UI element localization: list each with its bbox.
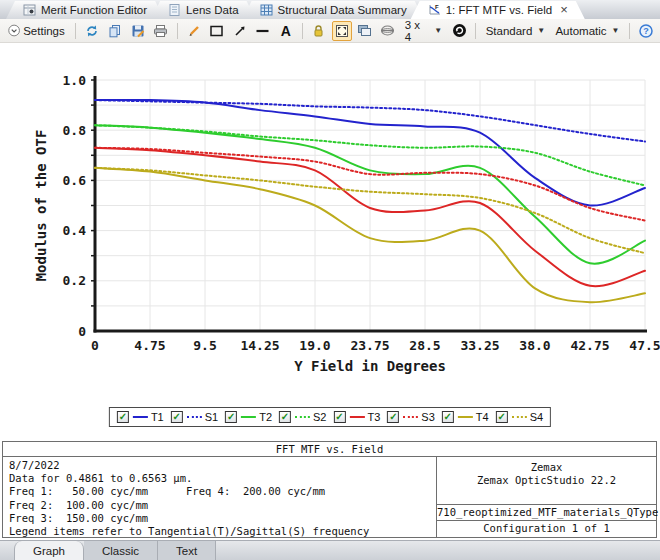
app-window: Merit Function Editor Lens Data Structur… [0, 0, 660, 560]
tab-graph[interactable]: Graph [14, 541, 84, 560]
wavelength-range: Data for 0.4861 to 0.6563 μm. [9, 472, 436, 485]
document-tab-bar: Merit Function Editor Lens Data Structur… [0, 0, 660, 19]
legend-item-T3[interactable]: ✓T3 [334, 411, 381, 423]
svg-text:Y Field in Degrees: Y Field in Degrees [294, 358, 446, 374]
legend-item-S1[interactable]: ✓S1 [171, 411, 218, 423]
tab-classic[interactable]: Classic [84, 541, 158, 560]
legend-checkbox-T1[interactable]: ✓ [117, 411, 129, 423]
legend-note: Legend items refer to Tangential(T)/Sagi… [9, 525, 436, 538]
save-icon [131, 24, 145, 38]
standard-dropdown[interactable]: Standard ▼ [482, 21, 549, 41]
legend-item-S2[interactable]: ✓S2 [279, 411, 326, 423]
tab-structural-data-summary[interactable]: Structural Data Summary [243, 1, 424, 19]
product-version: Zemax OpticStudio 22.2 [437, 474, 656, 487]
legend-swatch-T3 [350, 416, 365, 418]
line-icon [255, 24, 270, 38]
legend-item-T2[interactable]: ✓T2 [225, 411, 272, 423]
legend-swatch-T1 [133, 416, 148, 418]
arrow-tool-button[interactable] [230, 21, 250, 41]
reset-view-button[interactable] [449, 21, 469, 41]
tab-label: Merit Function Editor [41, 4, 147, 16]
brand-name: Zemax [437, 461, 656, 474]
legend-checkbox-T2[interactable]: ✓ [225, 411, 237, 423]
fit-to-window-button[interactable] [332, 21, 352, 41]
lock-button[interactable] [309, 21, 329, 41]
overlay-window-button[interactable] [355, 21, 375, 41]
legend-swatch-T4 [458, 416, 473, 418]
settings-label: Settings [23, 25, 65, 37]
fit-to-window-icon [335, 24, 349, 38]
legend-checkbox-T3[interactable]: ✓ [334, 411, 346, 423]
refresh-button[interactable] [82, 21, 102, 41]
info-panel-title: FFT MTF vs. Field [3, 442, 656, 457]
legend-checkbox-S4[interactable]: ✓ [496, 411, 508, 423]
analysis-date: 8/7/2022 [9, 459, 436, 472]
tab-text[interactable]: Text [158, 541, 216, 560]
tab-close-icon[interactable]: × [560, 5, 568, 15]
configuration-label: Configuration 1 of 1 [437, 521, 656, 536]
legend-item-T4[interactable]: ✓T4 [442, 411, 489, 423]
svg-text:14.25: 14.25 [240, 338, 279, 353]
legend-label-T3: T3 [368, 411, 381, 423]
svg-text:F: F [435, 4, 439, 10]
tab-fft-mtf-vs-field[interactable]: F 1: FFT MTF vs. Field × [411, 1, 585, 19]
file-info-box: Zemax Zemax OpticStudio 22.2 710_reoptim… [436, 457, 656, 537]
settings-button[interactable]: Settings [4, 21, 69, 41]
save-button[interactable] [128, 21, 148, 41]
pencil-tool-button[interactable] [184, 21, 204, 41]
toolbar-separator [75, 23, 76, 39]
legend-swatch-S4 [512, 416, 527, 418]
tab-merit-function-editor[interactable]: Merit Function Editor [6, 1, 164, 19]
grid-size-dropdown[interactable]: 3 x 4 ▼ [401, 21, 446, 41]
freq-3: Freq 3: 150.00 cyc/mm [9, 512, 436, 525]
legend-label-S1: S1 [205, 411, 218, 423]
mtf-chart-canvas: 00.20.40.60.81.004.759.514.2519.023.7528… [0, 44, 660, 394]
automatic-dropdown-label: Automatic [555, 25, 606, 37]
svg-text:28.5: 28.5 [409, 338, 440, 353]
globe-button[interactable] [378, 21, 398, 41]
legend-item-T1[interactable]: ✓T1 [117, 411, 164, 423]
tab-lens-data[interactable]: Lens Data [151, 1, 255, 19]
legend-label-T2: T2 [259, 411, 272, 423]
text-tool-button[interactable]: A [276, 21, 296, 41]
svg-text:0.4: 0.4 [63, 223, 87, 238]
svg-text:?: ? [643, 26, 649, 36]
svg-text:1.0: 1.0 [63, 73, 87, 88]
legend-checkbox-T4[interactable]: ✓ [442, 411, 454, 423]
print-button[interactable] [151, 21, 171, 41]
svg-text:42.75: 42.75 [570, 338, 609, 353]
legend-checkbox-S1[interactable]: ✓ [171, 411, 183, 423]
tab-label: Structural Data Summary [278, 4, 407, 16]
view-tab-bar: Graph Classic Text [0, 540, 660, 560]
legend-checkbox-S3[interactable]: ✓ [387, 411, 399, 423]
svg-text:4.75: 4.75 [134, 338, 165, 353]
automatic-dropdown[interactable]: Automatic ▼ [552, 21, 623, 41]
chevron-down-icon: ▼ [537, 26, 545, 35]
legend-checkbox-S2[interactable]: ✓ [279, 411, 291, 423]
refresh-icon [85, 24, 99, 38]
tab-label: Lens Data [186, 4, 238, 16]
legend-label-T1: T1 [151, 411, 164, 423]
rectangle-icon [209, 24, 224, 38]
copy-button[interactable] [105, 21, 125, 41]
rectangle-tool-button[interactable] [207, 21, 227, 41]
help-button[interactable]: ? [636, 21, 656, 41]
chevron-down-icon: ▼ [434, 26, 442, 35]
chart-legend: ✓T1✓S1✓T2✓S2✓T3✓S3✓T4✓S4 [109, 407, 551, 427]
freq-1-and-4: Freq 1: 50.00 cyc/mm Freq 4: 200.00 cyc/… [9, 485, 436, 498]
structural-data-summary-icon [260, 4, 273, 16]
legend-item-S4[interactable]: ✓S4 [496, 411, 543, 423]
svg-text:9.5: 9.5 [193, 338, 216, 353]
reset-view-icon [452, 23, 467, 38]
legend-label-S4: S4 [530, 411, 543, 423]
analysis-summary-text: 8/7/2022 Data for 0.4861 to 0.6563 μm. F… [3, 457, 436, 537]
legend-label-S3: S3 [421, 411, 434, 423]
arrow-icon [233, 24, 247, 38]
svg-text:19.0: 19.0 [299, 338, 330, 353]
legend-item-S3[interactable]: ✓S3 [387, 411, 434, 423]
freq-2: Freq 2: 100.00 cyc/mm [9, 499, 436, 512]
chevron-down-icon: ▼ [612, 26, 620, 35]
line-tool-button[interactable] [253, 21, 273, 41]
lens-file-name: 710_reoptimized_MTF_materials_QType.zmx [437, 505, 656, 521]
merit-function-editor-icon [23, 4, 36, 16]
